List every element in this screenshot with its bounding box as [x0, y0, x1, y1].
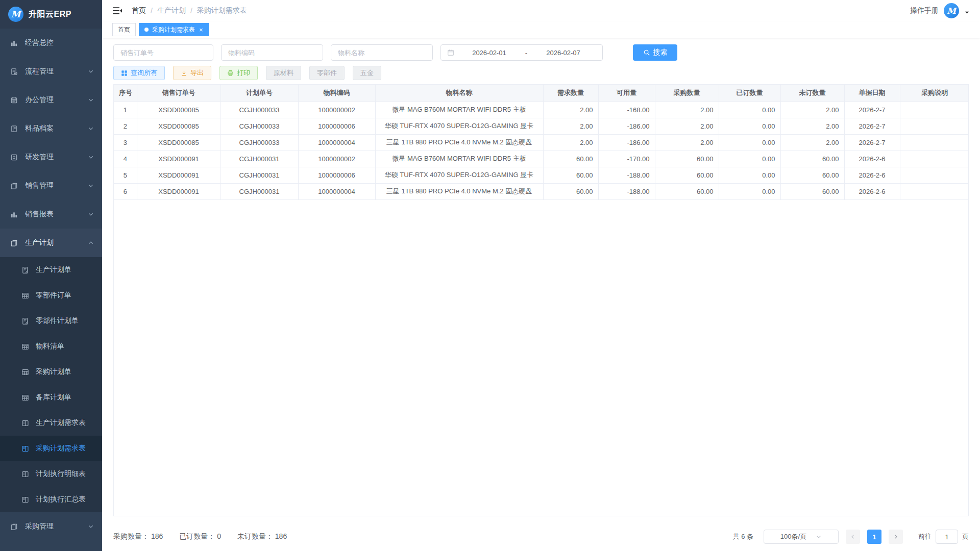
page-number-1[interactable]: 1 [867, 530, 881, 544]
sidebar-subitem[interactable]: 生产计划需求表 [0, 410, 102, 436]
table-cell [900, 102, 969, 118]
ordered-qty-summary: 已订数量： 0 [179, 532, 221, 541]
caret-down-icon[interactable] [964, 10, 970, 15]
grid-table-icon [20, 292, 30, 299]
sidebar-menu: 经营总控流程管理办公管理料品档案研发管理销售管理销售报表生产计划生产计划单零部件… [0, 29, 102, 551]
breadcrumb-production-plan[interactable]: 生产计划 [157, 6, 186, 15]
table-cell: CGJH000031 [220, 183, 298, 199]
sidebar-subitem[interactable]: 备库计划单 [0, 385, 102, 410]
table-cell: 2.00 [655, 102, 719, 118]
total-count: 共 6 条 [733, 532, 753, 541]
column-header: 物料名称 [375, 85, 543, 102]
goto-page-input[interactable] [936, 530, 958, 544]
sidebar-subitem[interactable]: 零部件订单 [0, 283, 102, 308]
close-icon[interactable]: × [199, 27, 203, 33]
tab-label: 采购计划需求表 [152, 26, 195, 34]
export-button[interactable]: 导出 [173, 66, 211, 80]
table-cell: 2026-2-7 [844, 102, 900, 118]
sidebar-item[interactable]: 销售管理 [0, 171, 102, 200]
search-button[interactable]: 搜索 [633, 44, 677, 61]
table-cell: -188.00 [598, 167, 655, 183]
column-header: 需求数量 [543, 85, 598, 102]
workflow-icon [9, 68, 18, 76]
unordered-qty-label: 未订数量： [237, 532, 273, 540]
manual-link[interactable]: 操作手册 [910, 6, 939, 15]
breadcrumb-current: 采购计划需求表 [197, 6, 247, 15]
table-row[interactable]: 4XSDD000091CGJH0000311000000002微星 MAG B7… [114, 151, 969, 167]
avatar[interactable]: M [944, 3, 959, 18]
raw-material-button[interactable]: 原材料 [266, 66, 301, 80]
menu-fold-icon[interactable] [112, 6, 122, 16]
chevron-right-icon [893, 534, 899, 540]
hardware-button[interactable]: 五金 [353, 66, 381, 80]
menu-grid-icon [121, 70, 128, 77]
brand-logo-icon: M [8, 7, 23, 22]
open-book-icon [20, 470, 30, 478]
table-cell: XSDD000085 [137, 134, 220, 151]
date-range-picker[interactable]: 2026-02-01 - 2026-02-07 [440, 44, 603, 61]
sidebar-item[interactable]: 经营总控 [0, 29, 102, 57]
breadcrumb: 首页 / 生产计划 / 采购计划需求表 [132, 6, 247, 15]
print-label: 打印 [237, 68, 250, 78]
table-row[interactable]: 6XSDD000091CGJH0000311000000004三星 1TB 98… [114, 183, 969, 199]
search-button-label: 搜索 [653, 48, 668, 57]
sidebar-submenu: 生产计划单零部件订单零部件计划单物料清单采购计划单备库计划单生产计划需求表采购计… [0, 257, 102, 512]
parts-button[interactable]: 零部件 [309, 66, 345, 80]
material-code-input[interactable] [221, 44, 323, 61]
sidebar-subitem[interactable]: 生产计划单 [0, 257, 102, 283]
table-row[interactable]: 1XSDD000085CGJH0000331000000002微星 MAG B7… [114, 102, 969, 118]
sidebar-subitem-label: 采购计划需求表 [36, 444, 86, 453]
table-cell: 2.00 [543, 118, 598, 134]
open-book-icon [20, 496, 30, 504]
table-cell: CGJH000031 [220, 151, 298, 167]
sidebar-item[interactable]: 办公管理 [0, 86, 102, 114]
page-size-select[interactable]: 100条/页 [764, 530, 839, 544]
query-all-button[interactable]: 查询所有 [113, 66, 165, 80]
prev-page-button[interactable] [846, 530, 860, 544]
sidebar-item[interactable]: 研发管理 [0, 143, 102, 171]
chevron-down-icon [88, 126, 94, 132]
copy-doc-icon [9, 523, 18, 531]
main-area: 首页 / 生产计划 / 采购计划需求表 操作手册 M 首页 采购计划需求表 × [102, 0, 980, 551]
date-end[interactable]: 2026-02-07 [530, 49, 596, 57]
sidebar-item[interactable]: 流程管理 [0, 57, 102, 86]
table-cell [900, 183, 969, 199]
table-row[interactable]: 2XSDD000085CGJH0000331000000006华硕 TUF-RT… [114, 118, 969, 134]
table-cell [900, 167, 969, 183]
print-button[interactable]: 打印 [219, 66, 258, 80]
table-cell: 60.00 [780, 151, 844, 167]
breadcrumb-home[interactable]: 首页 [132, 6, 146, 15]
date-start[interactable]: 2026-02-01 [456, 49, 522, 57]
table-cell: 1000000006 [298, 167, 375, 183]
sidebar-subitem[interactable]: 采购计划单 [0, 359, 102, 385]
table-row[interactable]: 3XSDD000085CGJH0000331000000004三星 1TB 98… [114, 134, 969, 151]
sidebar-item[interactable]: 车间设置 [0, 541, 102, 551]
table-row[interactable]: 5XSDD000091CGJH0000311000000006华硕 TUF-RT… [114, 167, 969, 183]
tab-purchase-plan-requirements[interactable]: 采购计划需求表 × [139, 23, 209, 36]
sidebar-subitem[interactable]: 计划执行汇总表 [0, 487, 102, 512]
grid-table-icon [20, 368, 30, 376]
sales-order-input[interactable] [113, 44, 213, 61]
material-name-input[interactable] [331, 44, 433, 61]
table-cell: 60.00 [543, 151, 598, 167]
sidebar-item[interactable]: 生产计划 [0, 229, 102, 257]
tab-home[interactable]: 首页 [112, 23, 136, 36]
sidebar-item[interactable]: 料品档案 [0, 114, 102, 143]
copy-doc-icon [9, 239, 18, 247]
sidebar-subitem[interactable]: 采购计划需求表 [0, 436, 102, 461]
sidebar-subitem[interactable]: 计划执行明细表 [0, 461, 102, 487]
sidebar-subitem[interactable]: 零部件计划单 [0, 308, 102, 334]
column-header: 采购说明 [900, 85, 969, 102]
sidebar-item[interactable]: 采购管理 [0, 512, 102, 541]
sidebar-subitem[interactable]: 物料清单 [0, 334, 102, 359]
table-cell: CGJH000031 [220, 167, 298, 183]
date-separator: - [522, 49, 530, 57]
table-cell: XSDD000085 [137, 118, 220, 134]
column-header: 采购数量 [655, 85, 719, 102]
next-page-button[interactable] [889, 530, 903, 544]
sidebar-item[interactable]: 销售报表 [0, 200, 102, 229]
table-cell: 1000000002 [298, 102, 375, 118]
sidebar-subitem-label: 计划执行汇总表 [36, 495, 86, 504]
table-cell: 华硕 TUF-RTX 4070 SUPER-O12G-GAMING 显卡 [375, 118, 543, 134]
chart-bar-icon [9, 211, 18, 218]
